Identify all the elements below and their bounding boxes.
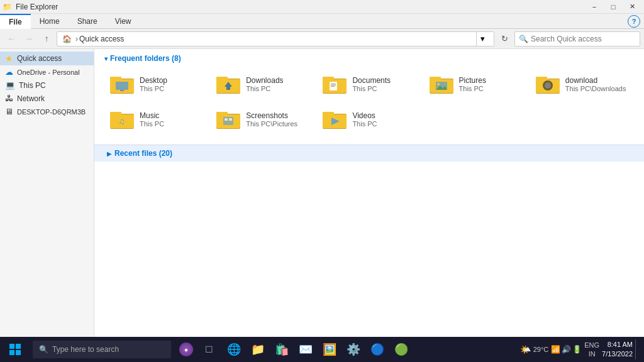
- svg-rect-4: [116, 82, 128, 90]
- mail-icon[interactable]: ✉️: [294, 337, 317, 362]
- address-dropdown-button[interactable]: ▾: [476, 31, 489, 47]
- taskbar-lang: ENG: [584, 341, 599, 349]
- minimize-button[interactable]: −: [585, 0, 604, 14]
- search-input[interactable]: [531, 35, 636, 43]
- folder-name: Downloads: [246, 76, 283, 85]
- folder-info-desktop: Desktop This PC: [140, 76, 167, 92]
- folder-item-desktop[interactable]: Desktop This PC: [104, 69, 208, 99]
- back-button[interactable]: ←: [4, 31, 19, 47]
- computer-icon: 💻: [5, 80, 15, 90]
- folder-info-screenshots: Screenshots This PC\Pictures: [246, 111, 297, 128]
- svg-rect-16: [331, 84, 336, 84]
- svg-rect-14: [324, 78, 334, 80]
- content-area: ▾ Frequent folders (8): [94, 49, 644, 349]
- start-button[interactable]: [0, 337, 30, 362]
- svg-point-24: [437, 83, 440, 85]
- show-desktop-button[interactable]: [635, 339, 639, 359]
- address-bar[interactable]: 🏠 › Quick access ▾: [57, 31, 494, 47]
- taskbar-time[interactable]: 8:41 AM 7/13/2022: [602, 340, 633, 359]
- tab-home[interactable]: Home: [31, 14, 69, 29]
- folder-item-music[interactable]: ♫ Music This PC: [104, 104, 208, 134]
- network-icon: 🖧: [5, 94, 13, 103]
- taskbar-system-tray: 🌤️ 29°C 📶 🔊 🔋 ENG IN 8:41 AM 7/13/2022: [520, 339, 644, 359]
- recent-files-header[interactable]: ▶ Recent files (20): [94, 145, 644, 162]
- title-bar-title: File Explorer: [16, 3, 58, 11]
- folder-icon-downloads: [216, 73, 241, 96]
- task-view-icon-button[interactable]: ☐: [197, 337, 220, 362]
- svg-rect-35: [111, 113, 121, 116]
- tab-file[interactable]: File: [0, 14, 31, 29]
- folder-name: Videos: [352, 111, 377, 120]
- folder-item-screenshots[interactable]: Screenshots This PC\Pictures: [211, 104, 314, 134]
- title-bar: 📁 File Explorer − □ ✕: [0, 0, 644, 14]
- up-button[interactable]: ↑: [39, 31, 54, 47]
- task-view-button[interactable]: ●: [175, 337, 197, 362]
- taskbar-search-text: Type here to search: [52, 345, 119, 354]
- taskbar: 🔍 Type here to search ● ☐ 🌐 📁 🛍️ ✉️ 🖼️ ⚙…: [0, 337, 644, 362]
- folder-name: download: [565, 76, 626, 85]
- taskbar-sys-info: 🌤️ 29°C: [520, 344, 549, 354]
- photos-icon[interactable]: 🖼️: [318, 337, 341, 362]
- sidebar-item-label: Quick access: [17, 54, 62, 63]
- network-status-icon[interactable]: 📶: [551, 345, 560, 354]
- sidebar-item-this-pc[interactable]: 💻 This PC: [0, 79, 94, 92]
- frequent-folders-header[interactable]: ▾ Frequent folders (8): [104, 54, 634, 63]
- search-box[interactable]: 🔍: [514, 31, 640, 47]
- chevron-down-icon: ▾: [104, 55, 108, 62]
- toolbar: ← → ↑ 🏠 › Quick access ▾ ↻ 🔍: [0, 29, 644, 49]
- chrome2-icon[interactable]: 🟢: [390, 337, 413, 362]
- chrome-icon[interactable]: 🔵: [366, 337, 389, 362]
- address-path: Quick access: [79, 35, 124, 43]
- edge-browser-icon[interactable]: 🌐: [223, 337, 245, 362]
- edge-icon: 🌐: [227, 343, 241, 356]
- file-explorer-taskbar-icon[interactable]: 📁: [247, 337, 269, 362]
- folder-item-pictures[interactable]: Pictures This PC: [424, 69, 528, 99]
- folder-item-videos[interactable]: Videos This PC: [317, 104, 421, 134]
- forward-button[interactable]: →: [21, 31, 36, 47]
- svg-rect-29: [537, 78, 547, 80]
- task-view-icon: ☐: [205, 344, 213, 354]
- title-bar-icon: 📁: [3, 3, 12, 11]
- settings-icon[interactable]: ⚙️: [342, 337, 365, 362]
- photos-app-icon: 🖼️: [323, 343, 336, 356]
- search-icon: 🔍: [39, 345, 48, 354]
- svg-rect-3: [111, 78, 121, 80]
- taskbar-search[interactable]: 🔍 Type here to search: [33, 341, 171, 358]
- refresh-button[interactable]: ↻: [497, 31, 512, 47]
- folder-name: Documents: [352, 76, 391, 85]
- chrome-browser-icon: 🔵: [370, 343, 384, 356]
- cortana-icon: ●: [179, 343, 193, 356]
- sidebar-item-desktop[interactable]: 🖥 DESKTOP-D6QRM3B: [0, 105, 94, 118]
- sidebar-item-quick-access[interactable]: ★ Quick access: [0, 52, 94, 65]
- tab-share[interactable]: Share: [69, 14, 106, 29]
- folder-sub: This PC: [459, 85, 486, 92]
- volume-icon[interactable]: 🔊: [562, 345, 571, 354]
- windows-icon: [9, 344, 21, 355]
- folder-icon-videos: [322, 108, 347, 131]
- star-icon: ★: [5, 53, 13, 63]
- folder-icon-documents: [322, 73, 347, 96]
- help-button[interactable]: ?: [628, 15, 640, 28]
- sidebar-item-onedrive[interactable]: ☁ OneDrive - Personal: [0, 65, 94, 79]
- maximize-button[interactable]: □: [604, 0, 623, 14]
- folder-icon-screenshots: [216, 108, 241, 131]
- clock-time: 8:41 AM: [602, 340, 633, 349]
- close-button[interactable]: ✕: [623, 0, 641, 14]
- search-icon: 🔍: [519, 35, 528, 43]
- svg-text:♫: ♫: [118, 116, 125, 126]
- sidebar: ★ Quick access ☁ OneDrive - Personal 💻 T…: [0, 49, 94, 349]
- svg-rect-42: [225, 118, 228, 121]
- folder-sub: This PC: [352, 85, 391, 92]
- store-icon[interactable]: 🛍️: [270, 337, 293, 362]
- folder-info-downloads: Downloads This PC: [246, 76, 283, 92]
- folder-item-documents[interactable]: Documents This PC: [317, 69, 421, 99]
- svg-rect-40: [218, 113, 228, 116]
- folder-item-download[interactable]: download This PC\Downloads: [530, 69, 634, 99]
- sidebar-item-label: This PC: [19, 81, 46, 90]
- svg-rect-9: [218, 78, 228, 80]
- battery-icon[interactable]: 🔋: [572, 345, 582, 354]
- sidebar-item-network[interactable]: 🖧 Network: [0, 92, 94, 105]
- monitor-icon: 🖥: [5, 107, 13, 116]
- tab-view[interactable]: View: [106, 14, 140, 29]
- folder-item-downloads[interactable]: Downloads This PC: [211, 69, 314, 99]
